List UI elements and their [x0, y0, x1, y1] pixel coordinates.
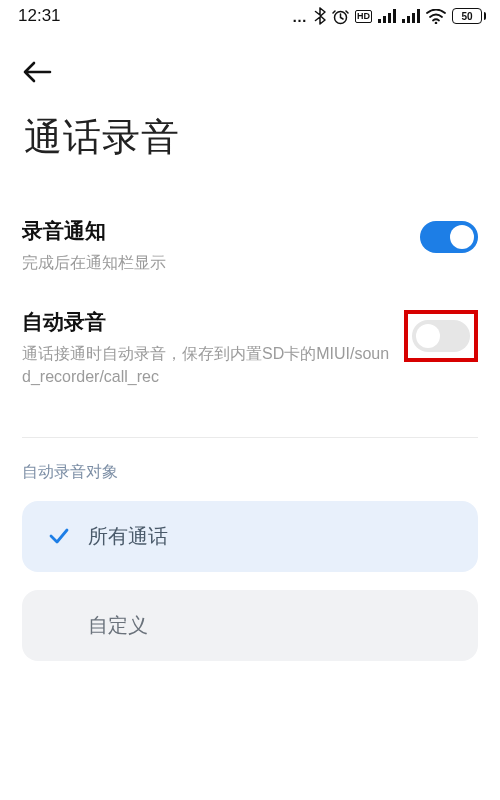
arrow-left-icon [22, 60, 52, 84]
option-custom[interactable]: 自定义 [22, 590, 478, 661]
signal-1-icon [378, 9, 396, 23]
status-indicators: … HD 50 [292, 7, 486, 25]
option-all-calls[interactable]: 所有通话 [22, 501, 478, 572]
battery-indicator: 50 [452, 8, 486, 24]
signal-2-icon [402, 9, 420, 23]
setting-title: 自动录音 [22, 308, 392, 336]
setting-title: 录音通知 [22, 217, 408, 245]
svg-rect-1 [378, 19, 381, 23]
option-label: 所有通话 [88, 523, 168, 550]
divider [22, 437, 478, 438]
back-button[interactable] [22, 50, 66, 94]
alarm-icon [332, 8, 349, 25]
section-label-targets: 自动录音对象 [22, 462, 478, 483]
svg-point-9 [435, 21, 438, 23]
wifi-icon [426, 9, 446, 24]
status-time: 12:31 [18, 6, 61, 26]
svg-rect-5 [402, 19, 405, 23]
check-icon [46, 523, 72, 549]
setting-subtitle: 完成后在通知栏显示 [22, 251, 408, 274]
more-dots-icon: … [292, 8, 308, 25]
setting-row-notify[interactable]: 录音通知 完成后在通知栏显示 [22, 203, 478, 294]
bluetooth-icon [314, 7, 326, 25]
option-label: 自定义 [88, 612, 148, 639]
svg-rect-3 [388, 13, 391, 23]
annotation-highlight [404, 310, 478, 362]
toggle-auto-record[interactable] [412, 320, 470, 352]
toggle-notify[interactable] [420, 221, 478, 253]
hd-indicator: HD [355, 10, 372, 23]
svg-rect-8 [417, 9, 420, 23]
status-bar: 12:31 … HD 50 [0, 0, 500, 32]
svg-rect-7 [412, 13, 415, 23]
svg-rect-6 [407, 16, 410, 23]
svg-rect-2 [383, 16, 386, 23]
setting-row-auto-record[interactable]: 自动录音 通话接通时自动录音，保存到内置SD卡的MIUI/sound_recor… [22, 294, 478, 408]
svg-rect-4 [393, 9, 396, 23]
setting-subtitle: 通话接通时自动录音，保存到内置SD卡的MIUI/sound_recorder/c… [22, 342, 392, 388]
page-title: 通话录音 [22, 94, 478, 203]
battery-level: 50 [461, 11, 472, 22]
